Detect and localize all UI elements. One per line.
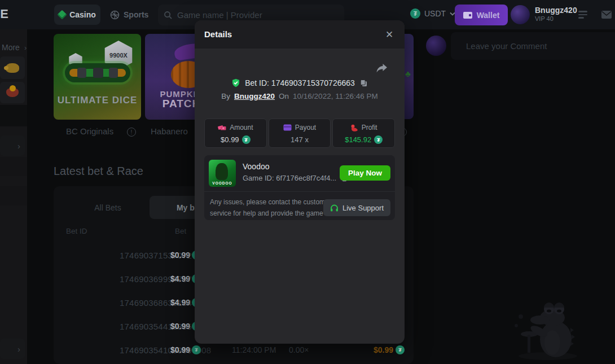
byline: By Bnuggz420 On 10/16/2022, 11:26:46 PM [195, 92, 405, 100]
stats-row: Amount $0.99 ₮ Payout 147 x [204, 119, 395, 148]
comment-input[interactable] [451, 32, 615, 60]
card-icon [283, 124, 292, 131]
share-button[interactable] [375, 63, 388, 76]
sidebar-promo-piggy[interactable] [0, 56, 25, 79]
stat-amount: Amount $0.99 ₮ [204, 119, 267, 148]
tether-coin-icon: ₮ [410, 8, 420, 19]
tether-coin-icon: ₮ [242, 135, 251, 144]
bet-amount-cell: $4.99 [135, 274, 190, 283]
stat-value: $145.92 [345, 135, 371, 144]
bet-list-icon [578, 9, 587, 20]
share-icon [375, 63, 388, 73]
basketball-icon [110, 10, 120, 20]
divider [204, 191, 395, 192]
sports-label: Sports [124, 10, 148, 19]
stat-payout: Payout 147 x [269, 119, 331, 148]
bet-id-text: Bet ID: 1746903715370726663 [245, 78, 355, 87]
modal-title: Details [204, 29, 232, 39]
bet-list-button[interactable] [576, 6, 590, 24]
coins-icon [350, 124, 358, 131]
stat-profit: Profit $145.92 ₮ [332, 119, 395, 148]
game-thumbnail[interactable]: VOODOO [209, 160, 236, 187]
game-card-ultimate-dice[interactable]: 9900X ULTIMATE DICE [54, 34, 141, 120]
tab-all-bets[interactable]: All Bets [66, 196, 150, 219]
currency-selector[interactable]: ₮ USDT [410, 8, 455, 19]
support-line-2: service for help and provide the game ID… [210, 208, 333, 220]
wallet-button[interactable]: Wallet [455, 5, 508, 25]
tab-sports[interactable]: Sports [110, 5, 148, 25]
close-icon[interactable]: ✕ [383, 28, 396, 41]
stat-value: 147 x [291, 135, 309, 144]
live-support-label: Live Support [342, 204, 384, 212]
site-logo: ME [0, 7, 9, 21]
wallet-icon [463, 12, 472, 19]
casino-diamond-icon [58, 10, 67, 20]
provider-label: Habanero [151, 126, 188, 136]
stat-label: Profit [362, 124, 377, 131]
more-label: More [2, 43, 20, 52]
game-name: Voodoo [243, 162, 270, 171]
sidebar-more-link[interactable]: More› [2, 43, 27, 52]
bet-id-row: Bet ID: 1746903715370726663 [195, 78, 405, 87]
vip-badge: VIP 40 [535, 15, 577, 22]
on-label: On [279, 92, 289, 100]
bet-amount-cell: $4.99 [135, 298, 190, 307]
sidebar-expand-button[interactable]: › [0, 135, 25, 156]
tab-casino[interactable]: Casino [54, 5, 100, 25]
copy-icon [359, 79, 368, 87]
stat-label: Amount [230, 124, 253, 131]
search-input[interactable] [177, 10, 339, 20]
stat-label: Payout [295, 124, 316, 131]
verified-shield-icon [231, 78, 240, 87]
username-link[interactable]: Bnuggz420 [234, 92, 275, 100]
sidebar-divider [0, 157, 27, 176]
bet-profit-cell: $0.99 [350, 345, 393, 354]
messages-button[interactable] [599, 6, 614, 24]
game-card-partial: ♣ [405, 34, 414, 119]
bet-time-cell: 11:24:00 PM [232, 345, 276, 354]
currency-label: USDT [424, 9, 446, 18]
stat-value: $0.99 [221, 135, 239, 144]
sidebar-expand-bottom-button[interactable]: › [0, 339, 25, 359]
sidebar-promo-coin[interactable] [0, 82, 25, 103]
clover-icon: ♣ [405, 69, 411, 78]
sidebar [0, 29, 27, 364]
column-header-bet: Bet [175, 227, 186, 235]
info-icon[interactable]: ! [127, 128, 136, 137]
bet-multiplier-cell: 0.00× [289, 345, 309, 354]
avatar [511, 5, 530, 24]
bet-amount-cell: $0.99 [135, 345, 190, 354]
username: Bnuggz420 [535, 5, 577, 15]
modal-header: Details ✕ [195, 20, 405, 49]
page: ME Casino Sports ₮ USDT [0, 0, 615, 364]
voodoo-figure-graphic [216, 163, 228, 180]
tether-coin-icon: ₮ [374, 135, 383, 144]
sidebar-panel [0, 105, 27, 126]
game-id-text: Game ID: 6f7176ec8f7c4f4... [243, 174, 336, 182]
latest-bet-heading: Latest bet & Race [54, 165, 143, 178]
dice-slider-graphic [65, 63, 130, 82]
casino-label: Casino [69, 10, 96, 19]
game-info-box: VOODOO Voodoo Game ID: 6f7176ec8f7c4f4..… [204, 155, 395, 220]
live-support-button[interactable]: Live Support [323, 199, 390, 216]
chevron-right-icon: › [24, 43, 27, 52]
thumbnail-label: VOODOO [209, 181, 236, 185]
profile-menu[interactable]: Bnuggz420 VIP 40 [511, 5, 577, 24]
column-header-bet-id: Bet ID [66, 227, 87, 235]
table-row[interactable]: 1746903541059099008 $0.99 ₮ 11:24:00 PM … [54, 345, 414, 359]
wallet-label: Wallet [477, 11, 500, 20]
play-now-button[interactable]: Play Now [340, 165, 390, 181]
provider-label: BC Originals [66, 126, 113, 136]
by-label: By [221, 92, 230, 100]
tether-coin-icon: ₮ [396, 345, 405, 354]
coin-drop-icon [6, 88, 19, 97]
headphones-icon [330, 204, 339, 212]
copy-bet-id-button[interactable] [359, 79, 368, 87]
piggy-bank-icon [6, 63, 19, 73]
search-icon [164, 11, 173, 20]
bet-amount-cell: $0.99 [135, 251, 190, 260]
comment-avatar [426, 36, 446, 56]
support-line-1: Any issues, please contact the customer [210, 197, 333, 208]
bet-amount-cell: $0.99 [135, 322, 190, 331]
cash-icon [218, 124, 226, 131]
